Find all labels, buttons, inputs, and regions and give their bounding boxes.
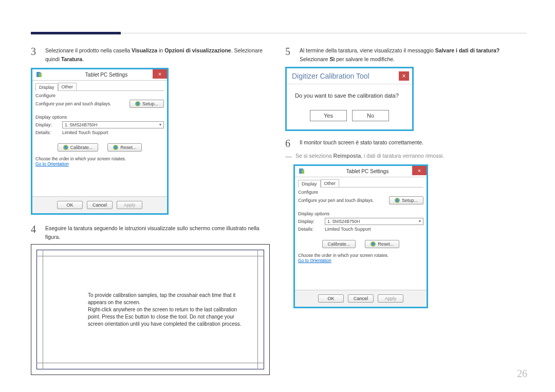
chevron-down-icon: ▾: [419, 219, 421, 223]
t: Setup...: [142, 101, 158, 106]
grid-line: [36, 256, 264, 256]
details-value: Limited Touch Support: [325, 227, 371, 232]
apply-button[interactable]: Apply: [117, 201, 142, 209]
step-4-text: Eseguire la taratura seguendo le istruzi…: [45, 224, 270, 241]
chevron-down-icon: ▾: [159, 122, 161, 127]
tab-display[interactable]: Display: [298, 180, 321, 188]
dialog-title: Tablet PC Settings: [46, 72, 167, 78]
dialog-titlebar: Tablet PC Settings ×: [32, 69, 167, 81]
details-label: Details:: [298, 227, 322, 232]
step-3-text: Selezionare il prodotto nella casella Vi…: [45, 46, 270, 64]
step-6-text: Il monitor touch screen è stato tarato c…: [300, 138, 423, 148]
grid-line: [36, 363, 264, 363]
t: Taratura: [61, 56, 82, 62]
header-rule-light: [121, 33, 527, 33]
close-button[interactable]: ×: [153, 69, 167, 79]
rotate-msg: Choose the order in which your screen ro…: [298, 253, 423, 258]
ok-button[interactable]: OK: [57, 201, 83, 209]
step-4-number: 4: [31, 224, 39, 241]
page-number: 26: [517, 368, 527, 380]
tabs: Display Other: [35, 83, 164, 91]
digitizer-question: Do you want to save the calibration data…: [287, 84, 412, 104]
dialog-footer: OK Cancel Apply: [295, 290, 427, 307]
configure-label: Configure: [298, 190, 423, 195]
tablet-pc-settings-dialog-2: Tablet PC Settings × Display Other Confi…: [293, 164, 428, 308]
t: , i dati di taratura verranno rimossi.: [361, 153, 444, 159]
setup-button[interactable]: Setup...: [389, 196, 423, 204]
dialog-footer: OK Cancel Apply: [32, 196, 167, 213]
step-3-number: 3: [31, 46, 39, 64]
tab-other[interactable]: Other: [58, 83, 77, 90]
t: To provide calibration samples, tap the …: [88, 292, 244, 306]
setup-button[interactable]: Setup...: [130, 100, 164, 108]
display-options-label: Display options: [298, 211, 423, 216]
app-icon: [298, 167, 305, 175]
t: 1. SMS24B750H: [65, 122, 97, 127]
right-column: 5 Al termine della taratura, viene visua…: [285, 46, 524, 375]
dash-icon: ―: [285, 153, 292, 160]
close-button[interactable]: ×: [412, 166, 427, 175]
shield-icon: [371, 241, 376, 247]
step-6-number: 6: [285, 138, 293, 148]
t: Salvare i dati di taratura?: [435, 47, 499, 53]
shield-icon: [63, 145, 68, 150]
t: Reset...: [378, 241, 394, 247]
orientation-link[interactable]: Go to Orientation: [35, 161, 69, 166]
no-button[interactable]: No: [352, 110, 389, 121]
step-3: 3 Selezionare il prodotto nella casella …: [31, 46, 270, 64]
t: Reset...: [120, 145, 136, 150]
display-select[interactable]: 1. SMS24B750H▾: [62, 121, 164, 128]
t: Sì: [329, 56, 335, 62]
display-select[interactable]: 1. SMS24B750H▾: [325, 218, 423, 225]
digitizer-title: Digitizer Calibration Tool: [292, 72, 369, 80]
shield-icon: [395, 198, 400, 203]
t: Al termine della taratura, viene visuali…: [300, 47, 435, 53]
step-5-text: Al termine della taratura, viene visuali…: [300, 46, 524, 64]
tab-other[interactable]: Other: [321, 179, 340, 187]
display-options-label: Display options: [35, 115, 164, 120]
svg-rect-3: [302, 170, 304, 174]
t: Selezionare: [300, 56, 329, 62]
tab-display[interactable]: Display: [35, 83, 58, 91]
step-5: 5 Al termine della taratura, viene visua…: [285, 46, 524, 64]
configure-subtext: Configure your pen and touch displays.: [35, 101, 126, 106]
details-value: Limited Touch Support: [62, 130, 108, 135]
svg-rect-1: [39, 73, 42, 77]
digitizer-buttons: Yes No: [287, 104, 412, 129]
step-4: 4 Eseguire la taratura seguendo le istru…: [31, 224, 270, 241]
display-label: Display:: [298, 219, 322, 224]
close-button[interactable]: ×: [399, 71, 409, 81]
dialog-body: Display Other Configure Configure your p…: [32, 81, 167, 196]
t: Selezionare il prodotto nella casella: [45, 47, 132, 53]
t: Se si seleziona: [295, 153, 334, 159]
t: Setup...: [402, 198, 418, 203]
reset-button[interactable]: Reset...: [365, 240, 399, 248]
calibrate-button[interactable]: Calibrate...: [58, 143, 99, 152]
t: in: [157, 47, 164, 53]
yes-button[interactable]: Yes: [310, 110, 347, 121]
app-icon: [35, 71, 43, 78]
t: Calibrate...: [328, 241, 350, 247]
tablet-pc-settings-dialog: Tablet PC Settings × Display Other Confi…: [31, 68, 169, 215]
configure-label: Configure: [35, 93, 164, 98]
shield-icon: [135, 101, 140, 106]
digitizer-titlebar: Digitizer Calibration Tool ×: [287, 68, 412, 84]
cancel-button[interactable]: Cancel: [348, 294, 374, 303]
t: Reimposta: [334, 153, 361, 159]
cancel-button[interactable]: Cancel: [87, 201, 113, 209]
ok-button[interactable]: OK: [318, 294, 344, 303]
calibrate-button[interactable]: Calibrate...: [322, 240, 356, 248]
calibration-screenshot: To provide calibration samples, tap the …: [31, 244, 270, 375]
apply-button[interactable]: Apply: [378, 294, 403, 303]
dialog-titlebar: Tablet PC Settings ×: [295, 166, 427, 177]
orientation-link[interactable]: Go to Orientation: [298, 258, 331, 263]
reset-button[interactable]: Reset...: [107, 143, 142, 152]
configure-subtext: Configure your pen and touch displays.: [298, 198, 386, 203]
t: Right-click anywhere on the screen to re…: [88, 306, 244, 328]
dialog-body: Display Other Configure Configure your p…: [295, 177, 427, 290]
t: .: [82, 56, 84, 62]
t: Visualizza: [132, 47, 157, 53]
t: 1. SMS24B750H: [327, 219, 360, 224]
t: per salvare le modifiche.: [335, 56, 395, 62]
grid-line: [257, 250, 258, 369]
